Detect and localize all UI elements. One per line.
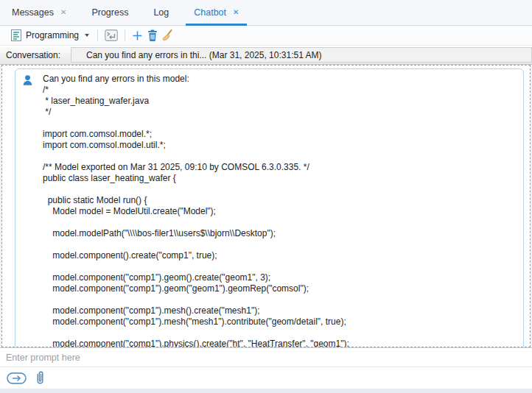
mode-dropdown[interactable]: Programming: [7, 27, 93, 43]
chevron-down-icon: [85, 34, 89, 37]
conversation-select[interactable]: Can you find any errors in thi... (Mar 3…: [71, 47, 532, 63]
conversation-row: Conversation: Can you find any errors in…: [0, 46, 532, 65]
tab-chatbot[interactable]: Chatbot ✕: [185, 0, 248, 25]
close-icon[interactable]: ✕: [60, 9, 66, 16]
trash-icon: [147, 29, 158, 41]
conversation-label: Conversation:: [0, 50, 71, 60]
user-icon: [23, 75, 32, 89]
tab-messages[interactable]: Messages ✕: [3, 0, 75, 25]
user-message-text: Can you find any errors in this model: /…: [43, 74, 513, 347]
tab-chatbot-label: Chatbot: [194, 7, 226, 18]
clear-conversation-button[interactable]: [160, 27, 175, 43]
send-to-console-button[interactable]: [102, 27, 120, 43]
delete-conversation-button[interactable]: [145, 27, 160, 43]
tab-log[interactable]: Log: [144, 0, 178, 25]
chatbot-toolbar: Programming: [0, 26, 532, 46]
user-message-bubble: Can you find any errors in this model: /…: [15, 68, 524, 347]
toolbar-separator: [97, 29, 98, 41]
close-icon[interactable]: ✕: [233, 9, 239, 16]
tab-log-label: Log: [153, 7, 169, 18]
tab-bar: Messages ✕ Progress Log Chatbot ✕: [0, 0, 532, 26]
chatbot-panel: Messages ✕ Progress Log Chatbot ✕: [0, 0, 532, 393]
plus-icon: [132, 30, 143, 41]
prompt-actions: [0, 367, 532, 389]
attach-icon[interactable]: [35, 370, 45, 386]
send-button[interactable]: [7, 372, 27, 385]
mode-label: Programming: [26, 30, 79, 40]
prompt-row: [0, 347, 532, 367]
console-icon: [105, 29, 118, 41]
broom-icon: [162, 29, 173, 41]
conversation-transcript[interactable]: Can you find any errors in this model: /…: [1, 65, 531, 347]
toolbar-separator: [125, 29, 125, 41]
tab-messages-label: Messages: [12, 7, 54, 18]
conversation-selected-value: Can you find any errors in thi... (Mar 3…: [86, 50, 322, 60]
programming-icon: [11, 29, 21, 41]
tab-progress-label: Progress: [91, 7, 128, 18]
new-conversation-button[interactable]: [130, 27, 145, 43]
bottom-strip: [0, 389, 532, 393]
tab-progress[interactable]: Progress: [83, 0, 137, 25]
prompt-input[interactable]: [0, 348, 532, 367]
